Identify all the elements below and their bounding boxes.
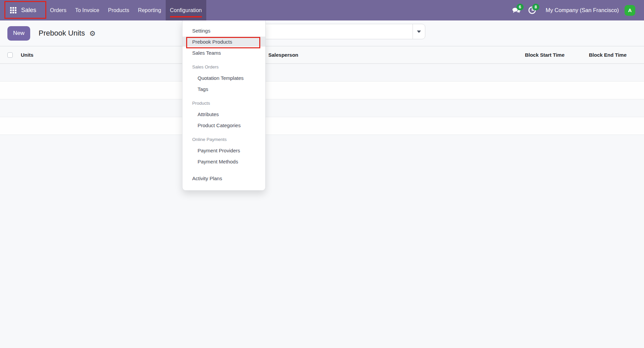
annotation-underline-configuration <box>170 16 202 17</box>
menu-item-payment-providers[interactable]: Payment Providers <box>182 145 265 155</box>
column-header-block-start-time[interactable]: Block Start Time <box>525 46 565 63</box>
menu-section-products: Products <box>182 98 265 108</box>
company-switcher[interactable]: My Company (San Francisco) <box>546 7 619 13</box>
new-button[interactable]: New <box>7 26 30 41</box>
table-row <box>0 82 644 99</box>
navbar-left: Sales Orders To Invoice Products Reporti… <box>0 0 206 20</box>
configuration-dropdown-menu: Settings Prebook Products Sales Teams Sa… <box>182 20 266 191</box>
select-all-checkbox[interactable] <box>7 52 13 58</box>
messages-badge: 6 <box>517 4 524 10</box>
current-app-name[interactable]: Sales <box>21 7 36 14</box>
systray: 6 8 My Company (San Francisco) A <box>512 0 644 20</box>
apps-menu-button[interactable]: Sales <box>10 0 36 20</box>
menu-item-attributes[interactable]: Attributes <box>182 109 265 119</box>
table-row <box>0 99 644 117</box>
gear-icon[interactable]: ⚙ <box>89 30 96 37</box>
menu-section-sales-orders: Sales Orders <box>182 62 265 72</box>
nav-item-orders[interactable]: Orders <box>46 0 71 20</box>
column-header-units[interactable]: Units <box>21 46 34 63</box>
user-avatar[interactable]: A <box>625 5 635 16</box>
apps-grid-icon <box>10 7 16 13</box>
column-header-salesperson[interactable]: Salesperson <box>268 46 298 63</box>
menu-item-sales-teams[interactable]: Sales Teams <box>182 48 265 58</box>
search-dropdown-toggle[interactable] <box>413 24 425 39</box>
menu-item-quotation-templates[interactable]: Quotation Templates <box>182 73 265 83</box>
screen: Sales Orders To Invoice Products Reporti… <box>0 0 644 348</box>
nav-item-products[interactable]: Products <box>104 0 133 20</box>
nav-item-reporting[interactable]: Reporting <box>133 0 165 20</box>
activities-badge: 8 <box>532 4 539 10</box>
menu-item-payment-methods[interactable]: Payment Methods <box>182 156 265 166</box>
nav-item-to-invoice[interactable]: To Invoice <box>71 0 104 20</box>
nav-item-configuration[interactable]: Configuration <box>166 0 206 20</box>
nav-item-configuration-label: Configuration <box>170 7 202 13</box>
menu-section-online-payments: Online Payments <box>182 134 265 144</box>
breadcrumb: New Prebook Units ⚙ <box>7 20 96 46</box>
menu-item-tags[interactable]: Tags <box>182 84 265 94</box>
menu-item-product-categories[interactable]: Product Categories <box>182 120 265 130</box>
activities-button[interactable]: 8 <box>527 5 537 15</box>
top-navbar: Sales Orders To Invoice Products Reporti… <box>0 0 644 20</box>
table-row <box>0 64 644 82</box>
table-header: Units Salesperson Block Start Time Block… <box>0 46 644 64</box>
menu-item-prebook-products[interactable]: Prebook Products <box>182 37 265 47</box>
menu-item-activity-plans[interactable]: Activity Plans <box>182 173 265 183</box>
menu-item-settings[interactable]: Settings <box>182 26 265 36</box>
column-header-block-end-time[interactable]: Block End Time <box>589 46 627 63</box>
navbar-menu: Orders To Invoice Products Reporting Con… <box>46 0 206 20</box>
table-row <box>0 117 644 135</box>
page-title: Prebook Units <box>39 29 85 38</box>
control-panel: New Prebook Units ⚙ <box>0 20 644 46</box>
caret-down-icon <box>417 31 421 33</box>
messages-button[interactable]: 6 <box>512 5 522 15</box>
list-view: Units Salesperson Block Start Time Block… <box>0 46 644 135</box>
